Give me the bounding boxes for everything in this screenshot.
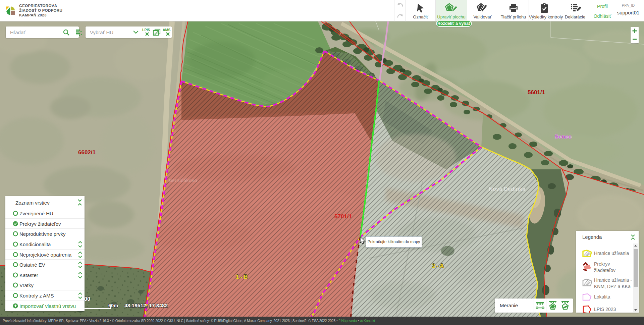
- svg-text:60m: 60m: [108, 303, 118, 308]
- svg-text:5601/1: 5601/1: [528, 89, 545, 96]
- svg-text:1 - B: 1 - B: [236, 274, 248, 280]
- svg-text:2 - A: 2 - A: [432, 263, 444, 269]
- svg-text:48.19512, 17.3482: 48.19512, 17.3482: [124, 303, 168, 308]
- svg-text:Nová Dedinka: Nová Dedinka: [489, 186, 526, 192]
- svg-text:5701/1: 5701/1: [334, 213, 352, 220]
- svg-text:AMS: AMS: [163, 28, 170, 32]
- svg-text:Senec: Senec: [555, 133, 572, 140]
- svg-text:Bernolákovo: Bernolákovo: [169, 178, 197, 183]
- svg-text:LPIS: LPIS: [142, 28, 150, 32]
- svg-text:6602/1: 6602/1: [78, 149, 96, 156]
- svg-text:00: 00: [84, 296, 90, 302]
